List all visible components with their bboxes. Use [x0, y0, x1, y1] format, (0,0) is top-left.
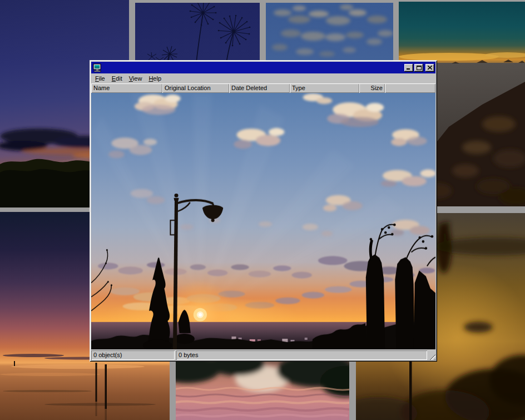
sunset-lamp-photo	[91, 93, 435, 349]
status-total-size: 0 bytes	[176, 350, 427, 360]
close-icon	[428, 66, 432, 70]
file-list-area[interactable]	[91, 93, 435, 349]
resize-grip-icon[interactable]	[428, 350, 435, 360]
window-titlebar[interactable]	[91, 62, 435, 73]
recycle-bin-window: File Edit View Help Name Original Locati…	[90, 60, 437, 362]
maximize-icon	[417, 66, 422, 70]
menu-help[interactable]: Help	[145, 74, 165, 83]
minimize-icon	[407, 66, 411, 70]
column-header-type[interactable]: Type	[290, 83, 359, 93]
column-header-original-location[interactable]: Original Location	[162, 83, 229, 93]
menu-edit[interactable]: Edit	[108, 74, 126, 83]
maximize-button[interactable]	[414, 64, 423, 72]
column-header-date-deleted[interactable]: Date Deleted	[229, 83, 290, 93]
status-bar: 0 object(s) 0 bytes	[91, 350, 435, 360]
menu-bar: File Edit View Help	[91, 73, 435, 83]
column-header-row: Name Original Location Date Deleted Type…	[91, 83, 435, 93]
column-header-filler	[385, 83, 435, 93]
desktop: { "desktop": { "background_color": "#9c9…	[0, 0, 525, 420]
column-header-size[interactable]: Size	[359, 83, 385, 93]
computer-icon	[93, 63, 102, 72]
minimize-button[interactable]	[404, 64, 413, 72]
status-object-count: 0 object(s)	[91, 350, 175, 360]
column-header-name[interactable]: Name	[91, 83, 162, 93]
menu-file[interactable]: File	[92, 74, 108, 83]
close-button[interactable]	[425, 64, 434, 72]
menu-view[interactable]: View	[126, 74, 146, 83]
